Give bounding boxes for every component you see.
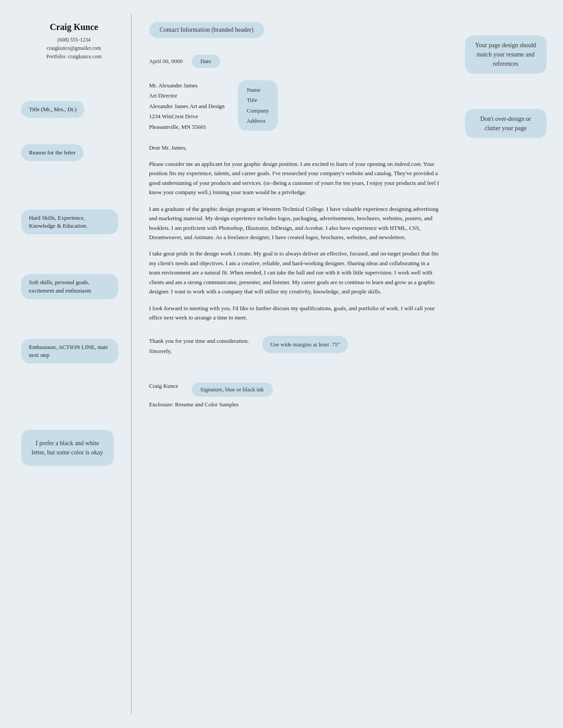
annotation-hard-skills: Hard Skills, Experience, Knowledge & Edu…: [21, 210, 118, 234]
letter-body: Please consider me an applicant for your…: [149, 159, 441, 323]
annotation-bw-preference: I prefer a black and white letter, but s…: [21, 430, 114, 466]
recipient-name: Mr. Alexander James: [149, 80, 225, 90]
page-wrapper: Craig Kunce (608) 555-1234 craigkunce@gm…: [17, 13, 547, 715]
sidebar-contact: (608) 555-1234 craigkunce@gmailer.com Po…: [17, 36, 132, 61]
sidebar-annotations: Title (Mr., Mrs., Dr.) Reason for the le…: [17, 75, 132, 377]
recipient-title: Art Director: [149, 90, 225, 101]
closing-thanks: Thank you for your time and consideratio…: [149, 336, 249, 346]
signature-row: Craig Kunce Signature, blue or black ink: [149, 383, 441, 397]
paragraph-1: Please consider me an applicant for your…: [149, 159, 441, 197]
annotation-reason: Reason for the letter: [21, 144, 84, 161]
address-row: Mr. Alexander James Art Director Alexand…: [149, 80, 441, 132]
annotation-row-reason: Reason for the letter: [21, 144, 132, 161]
paragraph-3: I take great pride in the design work I …: [149, 249, 441, 296]
signature-annotation: Signature, blue or black ink: [192, 383, 273, 397]
annotation-address-label: Address: [247, 116, 269, 126]
closing-section: Thank you for your time and consideratio…: [149, 336, 441, 356]
annotation-name-label: Name: [247, 85, 269, 95]
annotation-row-title: Title (Mr., Mrs., Dr.): [21, 101, 132, 118]
date-row: April 00, 0000 Date: [149, 55, 441, 68]
annotation-row-hard-skills: Hard Skills, Experience, Knowledge & Edu…: [21, 210, 132, 234]
enclosure: Enclosure: Resume and Color Samples: [149, 401, 441, 408]
paragraph-2: I am a graduate of the graphic design pr…: [149, 204, 441, 242]
letter-content: Contact Information (branded header) Apr…: [132, 13, 458, 715]
wide-margins-annotation: Use wide margins at least .75": [262, 336, 348, 353]
recipient-company: Alexander James Art and Design: [149, 101, 225, 111]
recipient-address1: 1234 WinCrest Drive: [149, 111, 225, 121]
letter-date: April 00, 0000: [149, 58, 183, 65]
annotation-row-action: Enthusiasm, ACTION LINE, state next step: [21, 339, 132, 364]
recipient-city: Pleasantville, MN 55601: [149, 122, 225, 132]
annotation-no-overdesign: Don't over-design or clutter your page: [465, 109, 547, 138]
salutation: Dear Mr. James,: [149, 144, 441, 151]
sidebar: Craig Kunce (608) 555-1234 craigkunce@gm…: [17, 13, 132, 715]
annotation-title: Title (Mr., Mrs., Dr.): [21, 101, 85, 118]
header-annotation: Contact Information (branded header): [149, 22, 264, 38]
sidebar-name: Craig Kunce: [17, 22, 132, 32]
recipient-address: Mr. Alexander James Art Director Alexand…: [149, 80, 225, 132]
header-row: Contact Information (branded header): [149, 22, 441, 50]
closing-text: Thank you for your time and consideratio…: [149, 336, 249, 356]
address-annotation: Name Title Company Address: [238, 80, 278, 131]
sidebar-portfolio: Portfolio: craigkunce.com: [17, 53, 132, 61]
signature-name: Craig Kunce: [149, 383, 178, 390]
annotation-title-label: Title: [247, 95, 269, 105]
right-annotations: Your page design should match your resum…: [458, 13, 547, 715]
closing-sincerely: Sincerely,: [149, 346, 249, 356]
annotation-design-match: Your page design should match your resum…: [465, 35, 547, 74]
annotation-soft-skills: Soft skills, personal goals, excitement …: [21, 274, 118, 299]
date-annotation: Date: [192, 55, 220, 68]
annotation-row-soft-skills: Soft skills, personal goals, excitement …: [21, 274, 132, 299]
paragraph-4: I look forward to meeting with you. I'd …: [149, 304, 441, 323]
annotation-company-label: Company: [247, 105, 269, 116]
annotation-action: Enthusiasm, ACTION LINE, state next step: [21, 339, 118, 364]
sidebar-email: craigkunce@gmailer.com: [17, 44, 132, 53]
sidebar-phone: (608) 555-1234: [17, 36, 132, 44]
